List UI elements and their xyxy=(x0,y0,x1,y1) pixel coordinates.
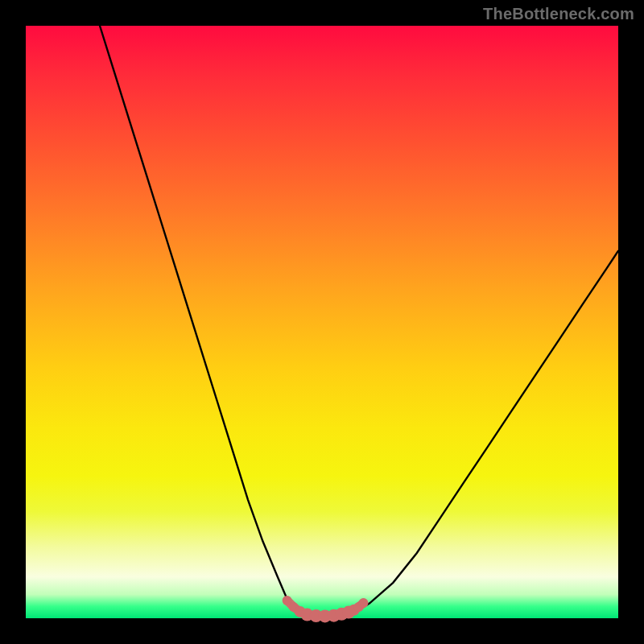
chart-frame: TheBottleneck.com xyxy=(0,0,644,644)
bottleneck-curve-svg xyxy=(26,26,618,618)
chart-plot-area xyxy=(26,26,618,618)
curve-group xyxy=(100,26,618,617)
floor-marker-dot xyxy=(359,598,369,608)
marker-group xyxy=(283,596,369,623)
watermark-text: TheBottleneck.com xyxy=(483,5,634,23)
bottleneck-curve-path xyxy=(100,26,618,617)
